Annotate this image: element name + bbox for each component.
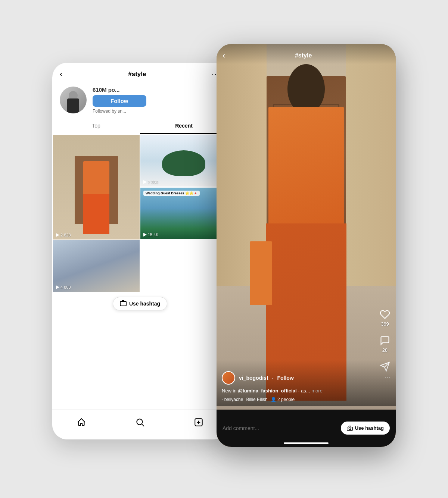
figure-top [83, 161, 109, 194]
svg-point-8 [349, 427, 351, 429]
grid-item-3[interactable]: Wedding Guest Dresses 🌟⭐🔺 15,4K [140, 188, 227, 239]
like-count: 369 [381, 321, 389, 327]
caption-text: New in @lumina_fashion_official - as... [222, 388, 310, 394]
text-overlay-3: Wedding Guest Dresses 🌟⭐🔺 [143, 191, 200, 196]
grid-item-2[interactable]: 7 356 [140, 135, 227, 187]
like-action[interactable]: 369 [379, 309, 391, 327]
tags-row: · bellyache Billie Eilish 👤 2 people [222, 397, 391, 402]
music-tag-2: Billie Eilish [246, 397, 267, 402]
grid-bg-4 [53, 240, 140, 292]
figure-head [287, 64, 325, 114]
reel-title: #style [295, 52, 312, 59]
user-avatar [222, 371, 235, 385]
music-tag-1: · bellyache [222, 397, 243, 402]
use-hashtag-button[interactable]: Use hashtag [113, 297, 167, 310]
play-icon-4 [56, 285, 59, 289]
username[interactable]: vi_bogodist [239, 375, 268, 381]
play-icon-3 [143, 233, 147, 237]
caption: New in @lumina_fashion_official - as... … [222, 388, 391, 394]
comment-icon [379, 335, 391, 346]
figure-bottom [83, 194, 109, 234]
avatar-body [67, 98, 79, 113]
front-phone: ‹ #style 369 28 [217, 44, 396, 447]
mention[interactable]: @lumina_fashion_official [238, 388, 296, 394]
post-count: 610M po... [93, 87, 220, 93]
tabs: Top Recent [52, 118, 228, 134]
grid-item-1[interactable]: 2 828 [53, 135, 140, 239]
camera-icon-reel [347, 426, 353, 431]
people-tag[interactable]: 👤 2 people [271, 397, 295, 402]
video-count-2: 7 356 [143, 180, 158, 184]
followed-by-text: Followed by sn... [93, 109, 220, 114]
separator-dot: · [272, 375, 274, 381]
reel-follow-button[interactable]: Follow [277, 375, 293, 381]
search-nav-button[interactable] [135, 417, 145, 427]
bottom-nav [52, 410, 228, 439]
more-text[interactable]: more [311, 388, 323, 394]
image-grid: 2 828 7 356 Wedding Guest Dres [52, 135, 228, 292]
home-nav-button[interactable] [77, 417, 86, 427]
home-indicator [284, 442, 329, 444]
figure-shirt [268, 107, 344, 231]
comment-action[interactable]: 28 [379, 335, 391, 353]
grid-item-4[interactable]: 4 803 [53, 240, 140, 292]
play-icon-2 [143, 180, 147, 184]
page-title: #style [128, 71, 146, 78]
profile-info: 610M po... Follow Followed by sn... [93, 87, 220, 114]
add-nav-button[interactable] [194, 417, 203, 427]
grid-bg-2 [140, 135, 227, 187]
camera-icon [120, 301, 127, 306]
reel-bottom-overlay: vi_bogodist · Follow New in @lumina_fash… [217, 360, 396, 405]
tab-top[interactable]: Top [52, 118, 140, 134]
ski-figure [162, 150, 205, 176]
back-phone: ‹ #style ··· 610M po... Follow Followed … [52, 63, 228, 439]
reel-header: ‹ #style [217, 44, 396, 64]
avatar [60, 87, 87, 113]
heart-icon [379, 309, 391, 320]
svg-point-0 [137, 419, 142, 425]
comment-count: 28 [382, 347, 388, 353]
svg-line-1 [142, 424, 144, 426]
video-count-1: 2 828 [56, 233, 71, 237]
follow-button[interactable]: Follow [93, 95, 146, 107]
user-row: vi_bogodist · Follow [222, 371, 391, 385]
play-icon-1 [56, 233, 59, 237]
scene: ‹ #style ··· 610M po... Follow Followed … [52, 44, 396, 454]
figure-shape [83, 161, 109, 234]
figure-bag [250, 241, 272, 305]
comment-input[interactable] [223, 425, 336, 431]
back-phone-header: ‹ #style ··· [52, 63, 228, 83]
reel-back-button[interactable]: ‹ [223, 51, 225, 60]
tab-recent[interactable]: Recent [140, 118, 228, 134]
video-count-4: 4 803 [56, 285, 71, 289]
video-count-3: 15,4K [143, 232, 159, 237]
reel-use-hashtag-button[interactable]: Use hashtag [341, 422, 390, 435]
profile-section: 610M po... Follow Followed by sn... [52, 83, 228, 118]
reel-bottom-bar: Use hashtag [217, 410, 396, 447]
back-button[interactable]: ‹ [60, 69, 62, 79]
